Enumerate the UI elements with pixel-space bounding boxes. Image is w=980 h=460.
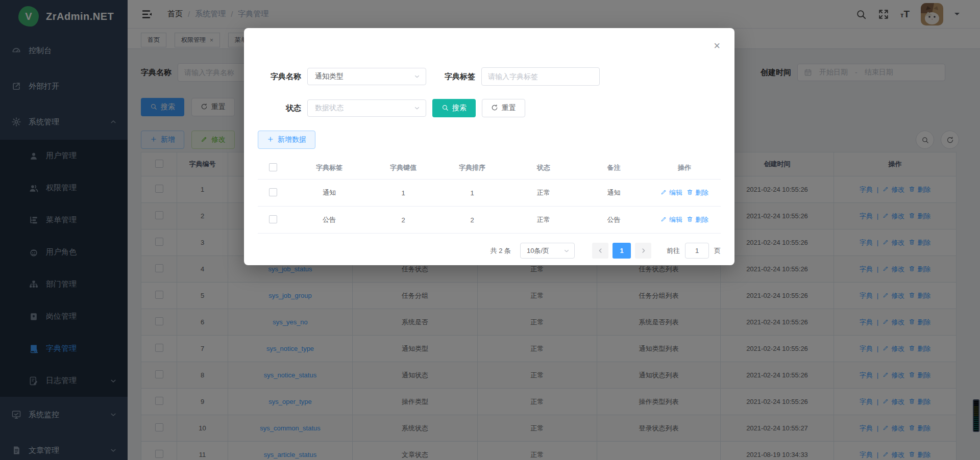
refresh-icon [491, 104, 498, 113]
dialog-dict-name-select[interactable]: 通知类型 [307, 68, 426, 85]
magnifier-icon [442, 104, 449, 113]
goto-label: 前往 [667, 246, 680, 255]
current-page-button[interactable]: 1 [612, 243, 631, 259]
row-edit-link[interactable]: 编辑 [660, 215, 682, 224]
data-status-cell: 正常 [508, 180, 579, 207]
next-page-button[interactable] [635, 243, 651, 259]
row-delete-link[interactable]: 删除 [687, 215, 708, 224]
row-checkbox[interactable] [269, 188, 277, 196]
column-header: 字典排序 [436, 157, 508, 180]
chevron-down-icon [413, 73, 421, 80]
row-checkbox[interactable] [269, 215, 277, 223]
row-edit-link[interactable]: 编辑 [660, 188, 682, 197]
plus-icon [267, 136, 274, 144]
row-delete-link[interactable]: 删除 [687, 188, 708, 197]
dialog-table-row: 通知 1 1 正常 通知 编辑 [258, 180, 721, 207]
dialog-reset-button[interactable]: 重置 [482, 99, 525, 117]
pagination-total: 共 2 条 [491, 246, 511, 255]
chevron-down-icon [413, 105, 421, 112]
dict-data-dialog: × 字典名称 通知类型 字典标签 状态 数据状态 搜索 [244, 28, 734, 265]
dialog-status-select[interactable]: 数据状态 [307, 99, 426, 117]
dialog-add-data-button[interactable]: 新增数据 [258, 131, 315, 149]
scroll-indicator[interactable] [973, 399, 979, 432]
app-root: V ZrAdmin.NET 控制台 外部打开 系统管理 [0, 0, 980, 460]
data-remark-cell: 公告 [579, 207, 648, 234]
trash-icon [687, 216, 693, 224]
goto-page-input[interactable] [685, 243, 709, 259]
column-header: 字典键值 [370, 157, 436, 180]
prev-page-button[interactable] [592, 243, 608, 259]
data-label-cell: 公告 [288, 207, 370, 234]
close-icon[interactable]: × [714, 40, 720, 52]
dialog-dict-label-input[interactable] [481, 67, 600, 86]
column-header: 状态 [508, 157, 579, 180]
data-sort-cell: 2 [436, 207, 508, 234]
dialog-dict-label-label: 字典标签 [445, 72, 475, 82]
page-unit-label: 页 [714, 246, 721, 255]
dialog-dict-name-label: 字典名称 [258, 72, 301, 82]
dict-data-table: 字典标签字典键值字典排序状态备注操作 通知 1 1 正常 通知 [258, 157, 721, 234]
dialog-pagination: 共 2 条 10条/页 1 前往 页 [258, 243, 721, 259]
column-header: 备注 [579, 157, 648, 180]
data-value-cell: 1 [370, 180, 436, 207]
data-sort-cell: 1 [436, 180, 508, 207]
column-header: 字典标签 [288, 157, 370, 180]
page-size-select[interactable]: 10条/页 [520, 243, 575, 259]
pencil-icon [660, 216, 667, 224]
data-remark-cell: 通知 [579, 180, 648, 207]
data-label-cell: 通知 [288, 180, 370, 207]
dialog-search-button[interactable]: 搜索 [432, 99, 476, 117]
data-status-cell: 正常 [508, 207, 579, 234]
dialog-status-label: 状态 [258, 104, 301, 113]
column-header: 操作 [648, 157, 721, 180]
trash-icon [687, 189, 693, 197]
dialog-select-all-checkbox[interactable] [269, 163, 277, 171]
pencil-icon [660, 189, 667, 197]
data-value-cell: 2 [370, 207, 436, 234]
chevron-down-icon [563, 247, 570, 254]
dialog-table-row: 公告 2 2 正常 公告 编辑 [258, 207, 721, 234]
